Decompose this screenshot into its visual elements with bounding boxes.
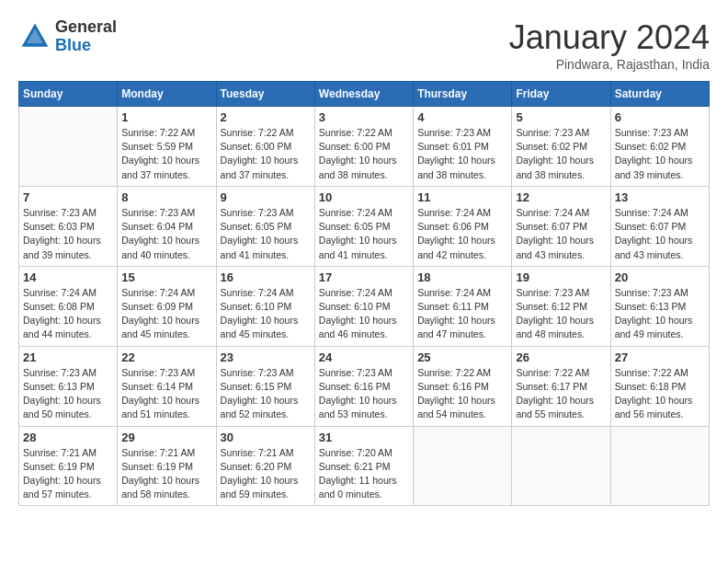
calendar-cell: 18Sunrise: 7:24 AM Sunset: 6:11 PM Dayli… [414, 266, 512, 346]
day-info: Sunrise: 7:23 AM Sunset: 6:13 PM Dayligh… [23, 366, 113, 422]
calendar-cell: 12Sunrise: 7:24 AM Sunset: 6:07 PM Dayli… [512, 186, 610, 266]
calendar-cell: 22Sunrise: 7:23 AM Sunset: 6:14 PM Dayli… [118, 346, 216, 426]
day-info: Sunrise: 7:24 AM Sunset: 6:10 PM Dayligh… [221, 286, 311, 342]
calendar-cell [512, 426, 610, 506]
month-title: January 2024 [509, 18, 710, 57]
day-number: 29 [121, 431, 211, 444]
calendar-cell: 31Sunrise: 7:20 AM Sunset: 6:21 PM Dayli… [314, 426, 413, 506]
calendar-cell: 17Sunrise: 7:24 AM Sunset: 6:10 PM Dayli… [314, 266, 413, 346]
day-info: Sunrise: 7:21 AM Sunset: 6:19 PM Dayligh… [23, 446, 113, 502]
day-info: Sunrise: 7:23 AM Sunset: 6:04 PM Dayligh… [121, 206, 211, 262]
weekday-header: Tuesday [216, 82, 314, 107]
calendar-week-row: 21Sunrise: 7:23 AM Sunset: 6:13 PM Dayli… [19, 346, 710, 426]
day-number: 14 [23, 270, 113, 284]
day-info: Sunrise: 7:24 AM Sunset: 6:11 PM Dayligh… [417, 286, 507, 342]
day-number: 16 [221, 270, 311, 284]
calendar-table: SundayMondayTuesdayWednesdayThursdayFrid… [18, 81, 710, 506]
day-info: Sunrise: 7:24 AM Sunset: 6:10 PM Dayligh… [319, 286, 409, 342]
day-number: 17 [319, 270, 409, 284]
calendar-cell: 25Sunrise: 7:22 AM Sunset: 6:16 PM Dayli… [414, 346, 512, 426]
calendar-cell: 4Sunrise: 7:23 AM Sunset: 6:01 PM Daylig… [414, 107, 512, 187]
calendar-cell [610, 426, 709, 506]
calendar-cell: 7Sunrise: 7:23 AM Sunset: 6:03 PM Daylig… [19, 186, 118, 266]
day-number: 19 [516, 270, 606, 284]
day-info: Sunrise: 7:22 AM Sunset: 6:00 PM Dayligh… [221, 126, 311, 182]
day-info: Sunrise: 7:24 AM Sunset: 6:06 PM Dayligh… [417, 206, 507, 262]
calendar-cell: 10Sunrise: 7:24 AM Sunset: 6:05 PM Dayli… [314, 186, 413, 266]
calendar-cell [19, 107, 118, 187]
day-number: 1 [121, 110, 211, 124]
day-number: 25 [417, 350, 507, 364]
logo: General Blue [18, 18, 117, 55]
day-info: Sunrise: 7:24 AM Sunset: 6:07 PM Dayligh… [516, 206, 606, 262]
day-number: 10 [319, 190, 409, 204]
weekday-header-row: SundayMondayTuesdayWednesdayThursdayFrid… [19, 82, 710, 107]
weekday-header: Thursday [414, 82, 512, 107]
day-number: 9 [221, 190, 311, 204]
calendar-cell: 24Sunrise: 7:23 AM Sunset: 6:16 PM Dayli… [314, 346, 413, 426]
location-subtitle: Pindwara, Rajasthan, India [509, 57, 710, 72]
day-number: 22 [121, 350, 211, 364]
calendar-cell: 6Sunrise: 7:23 AM Sunset: 6:02 PM Daylig… [610, 107, 709, 187]
weekday-header: Monday [118, 82, 216, 107]
day-number: 7 [23, 190, 113, 204]
calendar-cell: 14Sunrise: 7:24 AM Sunset: 6:08 PM Dayli… [19, 266, 118, 346]
calendar-cell: 11Sunrise: 7:24 AM Sunset: 6:06 PM Dayli… [414, 186, 512, 266]
day-number: 3 [319, 110, 409, 124]
day-number: 23 [221, 350, 311, 364]
day-number: 30 [221, 431, 311, 444]
calendar-cell: 23Sunrise: 7:23 AM Sunset: 6:15 PM Dayli… [216, 346, 314, 426]
day-number: 11 [417, 190, 507, 204]
day-info: Sunrise: 7:21 AM Sunset: 6:20 PM Dayligh… [221, 446, 311, 502]
day-info: Sunrise: 7:22 AM Sunset: 5:59 PM Dayligh… [121, 126, 211, 182]
day-info: Sunrise: 7:23 AM Sunset: 6:16 PM Dayligh… [319, 366, 409, 422]
calendar-week-row: 7Sunrise: 7:23 AM Sunset: 6:03 PM Daylig… [19, 186, 710, 266]
calendar-cell: 9Sunrise: 7:23 AM Sunset: 6:05 PM Daylig… [216, 186, 314, 266]
day-number: 21 [23, 350, 113, 364]
calendar-cell: 30Sunrise: 7:21 AM Sunset: 6:20 PM Dayli… [216, 426, 314, 506]
day-info: Sunrise: 7:23 AM Sunset: 6:02 PM Dayligh… [615, 126, 705, 182]
day-info: Sunrise: 7:22 AM Sunset: 6:16 PM Dayligh… [417, 366, 507, 422]
calendar-cell: 21Sunrise: 7:23 AM Sunset: 6:13 PM Dayli… [19, 346, 118, 426]
calendar-cell: 3Sunrise: 7:22 AM Sunset: 6:00 PM Daylig… [314, 107, 413, 187]
day-info: Sunrise: 7:23 AM Sunset: 6:05 PM Dayligh… [221, 206, 311, 262]
calendar-cell: 15Sunrise: 7:24 AM Sunset: 6:09 PM Dayli… [118, 266, 216, 346]
calendar-cell: 20Sunrise: 7:23 AM Sunset: 6:13 PM Dayli… [610, 266, 709, 346]
logo-text: General Blue [55, 18, 117, 55]
day-number: 28 [23, 431, 113, 444]
day-number: 6 [615, 110, 705, 124]
day-info: Sunrise: 7:22 AM Sunset: 6:17 PM Dayligh… [516, 366, 606, 422]
day-info: Sunrise: 7:23 AM Sunset: 6:02 PM Dayligh… [516, 126, 606, 182]
day-number: 15 [121, 270, 211, 284]
day-info: Sunrise: 7:24 AM Sunset: 6:08 PM Dayligh… [23, 286, 113, 342]
calendar-cell: 16Sunrise: 7:24 AM Sunset: 6:10 PM Dayli… [216, 266, 314, 346]
day-number: 2 [221, 110, 311, 124]
day-number: 5 [516, 110, 606, 124]
day-number: 26 [516, 350, 606, 364]
day-info: Sunrise: 7:23 AM Sunset: 6:12 PM Dayligh… [516, 286, 606, 342]
calendar-cell: 8Sunrise: 7:23 AM Sunset: 6:04 PM Daylig… [118, 186, 216, 266]
weekday-header: Wednesday [314, 82, 413, 107]
weekday-header: Saturday [610, 82, 709, 107]
day-number: 31 [319, 431, 409, 444]
day-info: Sunrise: 7:22 AM Sunset: 6:00 PM Dayligh… [319, 126, 409, 182]
day-info: Sunrise: 7:23 AM Sunset: 6:13 PM Dayligh… [615, 286, 705, 342]
day-number: 20 [615, 270, 705, 284]
day-number: 12 [516, 190, 606, 204]
calendar-cell: 29Sunrise: 7:21 AM Sunset: 6:19 PM Dayli… [118, 426, 216, 506]
day-number: 24 [319, 350, 409, 364]
calendar-cell: 5Sunrise: 7:23 AM Sunset: 6:02 PM Daylig… [512, 107, 610, 187]
calendar-week-row: 14Sunrise: 7:24 AM Sunset: 6:08 PM Dayli… [19, 266, 710, 346]
calendar-cell: 19Sunrise: 7:23 AM Sunset: 6:12 PM Dayli… [512, 266, 610, 346]
calendar-cell: 28Sunrise: 7:21 AM Sunset: 6:19 PM Dayli… [19, 426, 118, 506]
day-info: Sunrise: 7:23 AM Sunset: 6:03 PM Dayligh… [23, 206, 113, 262]
day-number: 4 [417, 110, 507, 124]
day-info: Sunrise: 7:24 AM Sunset: 6:07 PM Dayligh… [615, 206, 705, 262]
weekday-header: Friday [512, 82, 610, 107]
calendar-cell: 1Sunrise: 7:22 AM Sunset: 5:59 PM Daylig… [118, 107, 216, 187]
day-number: 27 [615, 350, 705, 364]
day-number: 18 [417, 270, 507, 284]
calendar-cell: 13Sunrise: 7:24 AM Sunset: 6:07 PM Dayli… [610, 186, 709, 266]
calendar-cell: 26Sunrise: 7:22 AM Sunset: 6:17 PM Dayli… [512, 346, 610, 426]
calendar-cell: 27Sunrise: 7:22 AM Sunset: 6:18 PM Dayli… [610, 346, 709, 426]
